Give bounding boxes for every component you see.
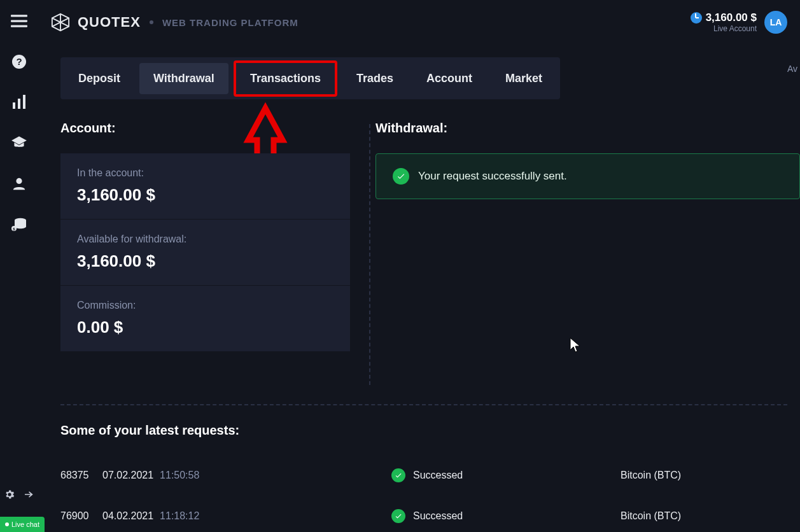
request-time: 11:50:58 bbox=[160, 470, 199, 481]
success-message: Your request successfully sent. bbox=[418, 170, 567, 183]
header-subtitle: WEB TRADING PLATFORM bbox=[162, 17, 298, 28]
tab-deposit[interactable]: Deposit bbox=[64, 63, 134, 94]
help-icon[interactable]: ? bbox=[11, 53, 27, 70]
brand-name: QUOTEX bbox=[78, 14, 141, 31]
request-time: 11:18:12 bbox=[160, 510, 199, 522]
education-icon[interactable] bbox=[11, 135, 27, 151]
account-column: Account: In the account: 3,160.00 $ Avai… bbox=[60, 121, 350, 351]
card-value: 3,160.00 $ bbox=[77, 251, 333, 271]
request-date: 07.02.2021 bbox=[102, 470, 153, 481]
horizontal-divider bbox=[60, 404, 787, 405]
left-rail: ? $ bbox=[0, 0, 38, 532]
account-card-available: Available for withdrawal: 3,160.00 $ bbox=[60, 220, 350, 286]
svg-rect-1 bbox=[11, 20, 27, 22]
clock-icon bbox=[691, 12, 702, 24]
svg-rect-2 bbox=[11, 25, 27, 27]
forward-icon[interactable] bbox=[23, 489, 34, 500]
menu-icon[interactable] bbox=[11, 13, 27, 29]
request-id: 76900 bbox=[60, 510, 102, 522]
separator-dot bbox=[150, 20, 153, 24]
live-chat-button[interactable]: Live chat bbox=[0, 517, 45, 532]
svg-text:?: ? bbox=[16, 56, 22, 67]
logo-block[interactable]: QUOTEX bbox=[51, 13, 141, 32]
truncated-text: Av bbox=[787, 64, 797, 74]
bottom-overlay bbox=[4, 489, 34, 500]
account-title: Account: bbox=[60, 121, 350, 136]
online-dot-icon bbox=[5, 522, 9, 526]
balance-block[interactable]: 3,160.00 $ Live Account LA bbox=[691, 11, 787, 34]
svg-rect-0 bbox=[11, 15, 27, 17]
header: QUOTEX WEB TRADING PLATFORM 3,160.00 $ L… bbox=[38, 0, 800, 45]
success-notice: Your request successfully sent. bbox=[375, 153, 800, 199]
requests-title: Some of your latest requests: bbox=[60, 423, 787, 438]
settings-icon[interactable] bbox=[4, 489, 15, 500]
request-row[interactable]: 76900 04.02.2021 11:18:12 Successed Bitc… bbox=[60, 500, 787, 532]
avatar[interactable]: LA bbox=[764, 11, 787, 34]
tab-withdrawal[interactable]: Withdrawal bbox=[139, 63, 228, 94]
balance-amount: 3,160.00 $ bbox=[706, 11, 757, 24]
card-label: In the account: bbox=[77, 167, 333, 179]
account-card-commission: Commission: 0.00 $ bbox=[60, 286, 350, 351]
account-card-balance: In the account: 3,160.00 $ bbox=[60, 153, 350, 220]
balance-type: Live Account bbox=[691, 24, 757, 33]
tab-transactions[interactable]: Transactions bbox=[234, 60, 337, 97]
request-status: Successed bbox=[413, 470, 463, 481]
status-success-icon bbox=[391, 468, 405, 482]
tab-trades[interactable]: Trades bbox=[342, 63, 407, 94]
request-id: 68375 bbox=[60, 470, 102, 481]
svg-rect-5 bbox=[13, 102, 15, 109]
withdrawal-title: Withdrawal: bbox=[375, 121, 800, 136]
profile-icon[interactable] bbox=[11, 176, 27, 192]
svg-point-8 bbox=[16, 178, 22, 184]
tabs: Deposit Withdrawal Transactions Trades A… bbox=[60, 57, 560, 99]
logo-icon bbox=[51, 13, 70, 32]
request-row[interactable]: 68375 07.02.2021 11:50:58 Successed Bitc… bbox=[60, 459, 787, 491]
svg-rect-6 bbox=[18, 99, 20, 109]
withdrawal-column: Withdrawal: Your request successfully se… bbox=[375, 121, 800, 351]
finance-icon[interactable]: $ bbox=[11, 216, 27, 233]
tab-market[interactable]: Market bbox=[491, 63, 556, 94]
request-asset: Bitcoin (BTC) bbox=[621, 470, 681, 481]
live-chat-label: Live chat bbox=[11, 521, 39, 528]
card-value: 0.00 $ bbox=[77, 318, 333, 337]
request-asset: Bitcoin (BTC) bbox=[621, 510, 681, 522]
svg-rect-7 bbox=[23, 95, 25, 109]
request-date: 04.02.2021 bbox=[102, 510, 153, 522]
tab-account[interactable]: Account bbox=[412, 63, 486, 94]
card-label: Available for withdrawal: bbox=[77, 234, 333, 245]
card-value: 3,160.00 $ bbox=[77, 185, 333, 205]
requests-section: Some of your latest requests: 68375 07.0… bbox=[60, 423, 787, 532]
signals-icon[interactable] bbox=[11, 94, 27, 111]
card-label: Commission: bbox=[77, 300, 333, 311]
check-circle-icon bbox=[393, 168, 409, 185]
request-status: Successed bbox=[413, 510, 463, 522]
status-success-icon bbox=[391, 509, 405, 523]
